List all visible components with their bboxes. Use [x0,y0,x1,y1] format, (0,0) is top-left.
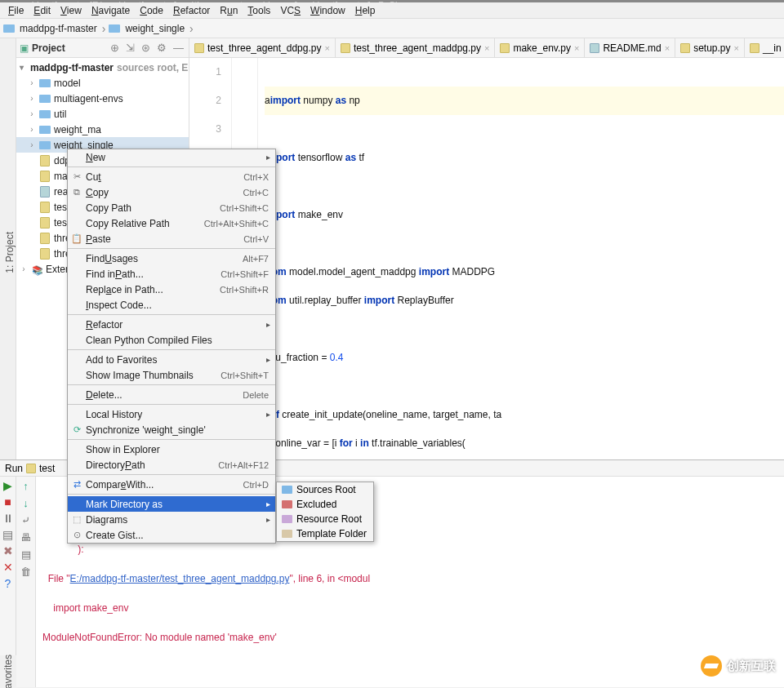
run-toolbar-secondary: ↑ ↓ ⤶ 🖶 ▤ 🗑 [16,477,36,687]
mark-directory-submenu[interactable]: Sources Root Excluded Resource Root Temp… [276,482,374,542]
close-icon[interactable]: × [324,43,329,53]
menu-view[interactable]: View [56,3,87,18]
python-file-icon [341,43,350,53]
submenu-sources-root[interactable]: Sources Root [277,482,373,497]
editor-tab[interactable]: __in [745,38,784,57]
editor-tab[interactable]: setup.py× [675,38,745,57]
code-content[interactable]: aimport numpy as np import tensorflow as… [258,58,784,459]
wrap-icon[interactable]: ⤶ [21,514,30,526]
paste-icon: 📋 [71,233,82,244]
menu-local-history[interactable]: Local History▸ [68,406,275,422]
menu-cut[interactable]: ✂CutCtrl+X [68,169,275,184]
submenu-resource-root[interactable]: Resource Root [277,512,373,526]
menu-copy-relative-path[interactable]: Copy Relative PathCtrl+Alt+Shift+C [68,215,275,231]
breadcrumb-root[interactable]: maddpg-tf-master [18,23,99,34]
gear-icon[interactable]: ⚙ [155,42,168,54]
breadcrumb-child[interactable]: weight_single [123,23,186,34]
close-icon[interactable]: ✕ [3,561,13,573]
menu-vcs[interactable]: VCS [275,3,305,18]
tree-folder[interactable]: ›weight_ma [16,122,189,137]
help-icon[interactable]: ? [5,578,11,589]
rerun-icon[interactable]: ▶ [3,480,12,491]
folder-icon [39,141,51,149]
menu-delete[interactable]: Delete...Delete [68,387,275,402]
editor-tab[interactable]: README.md× [585,38,675,57]
tree-root[interactable]: ▾maddpg-tf-mastersources root, E:\ [16,60,189,75]
run-label: Run [5,463,23,474]
menu-window[interactable]: Window [305,3,350,18]
menu-synchronize[interactable]: ⟳Synchronize 'weight_single' [68,422,275,437]
watermark: 创新互联 [701,655,776,677]
project-view-icon: ▣ [20,42,29,54]
code-editor[interactable]: 1 2 3 aimport numpy as np import tensorf… [189,58,784,459]
expand-icon[interactable]: ⊕ [109,42,121,54]
pin-icon[interactable]: ✖ [3,545,13,557]
python-file-icon [40,171,50,182]
hide-icon[interactable]: — [172,42,185,54]
github-icon: ⊙ [71,530,82,540]
menu-replace-in-path[interactable]: Replace in Path...Ctrl+Shift+R [68,282,275,297]
filter-icon[interactable]: ▤ [21,548,31,561]
stop-icon[interactable]: ■ [4,496,11,508]
collapse-icon[interactable]: ⇲ [124,42,136,54]
sidebar-tab-project[interactable]: 1: Project [4,232,16,273]
menu-show-thumbnails[interactable]: Show Image ThumbnailsCtrl+Shift+T [68,367,275,383]
context-menu[interactable]: New▸ ✂CutCtrl+X ⧉CopyCtrl+C Copy PathCtr… [67,149,276,544]
close-icon[interactable]: × [734,43,739,53]
menu-inspect-code[interactable]: Inspect Code... [68,297,275,313]
tree-folder[interactable]: ›multiagent-envs [16,91,189,106]
menu-edit[interactable]: Edit [29,3,56,18]
editor-tab[interactable]: test_three_agent_maddpg.py× [336,38,496,57]
close-icon[interactable]: × [665,43,670,53]
sidebar-tab-favorites[interactable]: avorites [0,655,16,688]
submenu-template-folder[interactable]: Template Folder [277,526,373,541]
python-file-icon [680,43,690,53]
project-title[interactable]: Project [32,42,105,54]
tool-strip-left: 1: Project 7: Structure [0,38,16,459]
menu-file[interactable]: File [3,3,29,18]
menu-navigate[interactable]: Navigate [87,3,135,18]
menu-show-in-explorer[interactable]: Show in Explorer [68,442,275,457]
menu-help[interactable]: Help [350,3,381,18]
menu-find-usages[interactable]: Find UsagesAlt+F7 [68,251,275,266]
menu-find-in-path[interactable]: Find in Path...Ctrl+Shift+F [68,266,275,282]
menu-copy[interactable]: ⧉CopyCtrl+C [68,184,275,200]
python-file-icon [500,43,510,53]
menu-mark-directory-as[interactable]: Mark Directory as▸ [68,496,275,512]
menu-create-gist[interactable]: ⊙Create Gist... [68,527,275,543]
submenu-excluded[interactable]: Excluded [277,497,373,512]
trash-icon[interactable]: 🗑 [20,566,31,578]
menu-directory-path[interactable]: Directory PathCtrl+Alt+F12 [68,457,275,473]
up-icon[interactable]: ↑ [23,480,29,492]
copy-icon: ⧉ [71,187,82,198]
editor-tab[interactable]: test_three_agent_ddpg.py× [189,38,336,57]
layout-icon[interactable]: ▤ [2,529,13,540]
close-icon[interactable]: × [574,43,579,53]
menu-add-favorites[interactable]: Add to Favorites▸ [68,352,275,367]
tree-folder[interactable]: ›model [16,75,189,91]
editor-tab[interactable]: make_env.py× [495,38,585,57]
menu-clean-python[interactable]: Clean Python Compiled Files [68,332,275,348]
menu-refactor[interactable]: Refactor [168,3,215,18]
menu-run[interactable]: Run [215,3,243,18]
target-icon[interactable]: ⊛ [140,42,152,54]
menu-paste[interactable]: 📋PasteCtrl+V [68,231,275,246]
print-icon[interactable]: 🖶 [20,531,31,544]
python-file-icon [40,155,50,166]
menu-tools[interactable]: Tools [243,3,275,18]
menu-code[interactable]: Code [135,3,168,18]
folder-icon [39,79,51,87]
run-config-name[interactable]: test [39,463,55,474]
close-icon[interactable]: × [484,43,489,53]
menu-new[interactable]: New▸ [68,149,275,165]
tree-folder[interactable]: ›util [16,106,189,122]
folder-icon [39,126,51,134]
watermark-text: 创新互联 [727,659,776,674]
down-icon[interactable]: ↓ [23,497,29,509]
menu-refactor[interactable]: Refactor▸ [68,317,275,332]
menu-copy-path[interactable]: Copy PathCtrl+Shift+C [68,200,275,215]
pause-icon[interactable]: ⏸ [2,513,14,524]
menu-compare-with[interactable]: ⇄Compare With...Ctrl+D [68,477,275,492]
menu-diagrams[interactable]: ⬚Diagrams▸ [68,512,275,527]
diagram-icon: ⬚ [71,514,82,525]
